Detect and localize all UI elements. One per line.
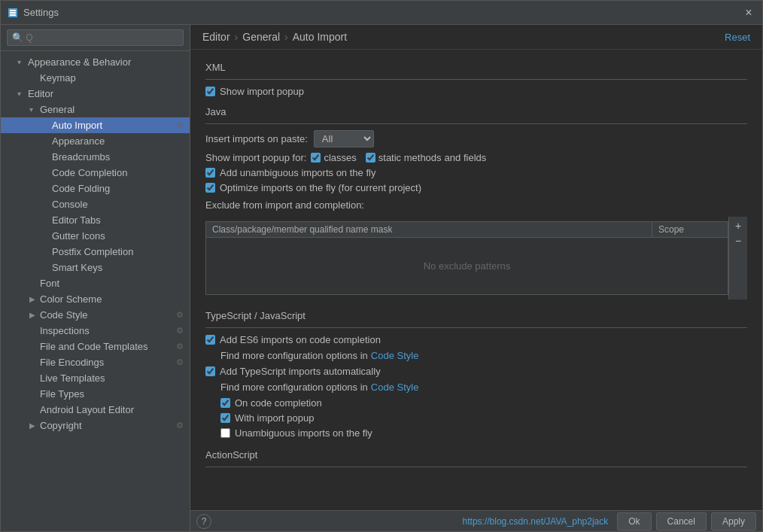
breadcrumb-bar: Editor › General › Auto Import Reset [190, 25, 762, 50]
sidebar-item-keymap[interactable]: Keymap [1, 70, 190, 86]
ts-unambiguous-label: Unambiguous imports on the fly [235, 427, 372, 439]
ts-with-import-popup-label: With import popup [235, 412, 315, 424]
settings-icon: ⚙ [176, 357, 184, 367]
xml-show-import-popup-checkbox[interactable] [205, 87, 215, 96]
sidebar-item-code-style[interactable]: ▶ Code Style ⚙ [1, 307, 190, 323]
sidebar-item-color-scheme[interactable]: ▶ Color Scheme [1, 291, 190, 307]
sidebar-item-auto-import[interactable]: Auto Import ⚙ [1, 117, 190, 133]
sidebar-item-appearance-behavior[interactable]: ▾ Appearance & Behavior [1, 54, 190, 70]
java-divider [205, 123, 747, 124]
ts-es6-row: Add ES6 imports on code completion [205, 334, 747, 345]
ts-config-link1[interactable]: Code Style [371, 350, 419, 361]
ts-config-link2[interactable]: Code Style [371, 382, 419, 393]
xml-show-import-popup-row: Show import popup [205, 86, 747, 97]
expand-arrow: ▾ [17, 90, 28, 98]
sidebar-item-file-code-templates[interactable]: File and Code Templates ⚙ [1, 339, 190, 354]
sidebar-item-gutter-icons[interactable]: Gutter Icons [1, 228, 190, 244]
ts-config-note1: Find more configuration options in [220, 350, 368, 361]
expand-arrow: ▾ [29, 105, 40, 114]
typescript-section-label: TypeScript / JavaScript [205, 310, 747, 321]
actionscript-divider [205, 467, 747, 467]
ok-button[interactable]: Ok [617, 512, 651, 530]
bottom-actions: Ok Cancel Apply [617, 512, 756, 530]
breadcrumb-editor: Editor [202, 31, 230, 43]
ts-unambiguous-checkbox[interactable] [220, 428, 230, 438]
ts-on-code-completion-checkbox[interactable] [220, 398, 230, 408]
svg-rect-3 [10, 14, 16, 16]
help-button[interactable]: ? [196, 514, 211, 529]
sidebar-item-copyright[interactable]: ▶ Copyright ⚙ [1, 418, 190, 433]
and-fields-label: and fields [445, 152, 487, 163]
exclude-table-wrapper: Class/package/member qualified name mask… [205, 217, 747, 299]
table-add-button[interactable]: + [731, 218, 746, 233]
add-unambiguous-label: Add unambiguous imports on the fly [220, 167, 375, 178]
window-title: Settings [23, 7, 741, 18]
insert-imports-select[interactable]: All Ask None [314, 130, 374, 147]
sidebar-item-font[interactable]: Font [1, 275, 190, 291]
classes-label: classes [324, 152, 356, 163]
exclude-table: Class/package/member qualified name mask… [205, 221, 728, 295]
sidebar-item-editor-tabs[interactable]: Editor Tabs [1, 212, 190, 228]
table-actions: + − [728, 217, 747, 299]
nav-tree: ▾ Appearance & Behavior Keymap ▾ Editor … [1, 51, 190, 531]
search-input[interactable] [7, 29, 184, 46]
typescript-divider [205, 327, 747, 328]
sidebar-item-inspections[interactable]: Inspections ⚙ [1, 323, 190, 339]
static-methods-checkbox[interactable] [366, 153, 375, 163]
ts-es6-checkbox[interactable] [205, 335, 215, 345]
title-bar: Settings × [1, 1, 762, 25]
ts-config-note2: Find more configuration options in [220, 382, 368, 393]
breadcrumb-general: General [242, 31, 280, 43]
ts-config-note2-row: Find more configuration options in Code … [220, 382, 747, 393]
search-box [1, 25, 190, 51]
sidebar-item-code-completion[interactable]: Code Completion [1, 165, 190, 181]
table-remove-button[interactable]: − [731, 233, 746, 248]
sidebar-item-code-folding[interactable]: Code Folding [1, 181, 190, 196]
insert-imports-label: Insert imports on paste: [205, 133, 308, 144]
xml-show-import-popup-label: Show import popup [220, 86, 304, 97]
apply-button[interactable]: Apply [711, 512, 756, 530]
svg-rect-2 [10, 12, 16, 14]
sidebar-item-breadcrumbs[interactable]: Breadcrumbs [1, 149, 190, 165]
sidebar-item-file-types[interactable]: File Types [1, 386, 190, 402]
sidebar-item-editor[interactable]: ▾ Editor [1, 86, 190, 102]
ts-on-code-completion-row: On code completion [205, 397, 747, 409]
status-left: ? [196, 514, 211, 529]
optimize-imports-label: Optimize imports on the fly (for current… [220, 182, 421, 193]
show-import-for-label: Show import popup for: [205, 152, 306, 163]
sidebar-item-appearance[interactable]: Appearance [1, 133, 190, 149]
settings-panel: XML Show import popup Java Insert import… [190, 50, 762, 510]
actionscript-section-label: ActionScript [205, 449, 747, 461]
reset-button[interactable]: Reset [725, 32, 750, 43]
add-unambiguous-checkbox[interactable] [205, 168, 215, 178]
sidebar-item-general[interactable]: ▾ General [1, 102, 190, 117]
expand-arrow: ▶ [29, 295, 40, 303]
sidebar-item-postfix-completion[interactable]: Postfix Completion [1, 244, 190, 260]
breadcrumb-auto-import: Auto Import [293, 31, 347, 43]
cancel-button[interactable]: Cancel [656, 512, 707, 530]
ts-with-import-popup-checkbox[interactable] [220, 413, 230, 423]
exclude-table-header: Class/package/member qualified name mask… [206, 222, 728, 238]
classes-checkbox[interactable] [311, 153, 321, 163]
close-button[interactable]: × [741, 5, 756, 20]
table-col-scope: Scope [652, 222, 728, 237]
exclude-section-label: Exclude from import and completion: [205, 199, 747, 211]
breadcrumb-sep-1: › [235, 31, 239, 43]
ts-unambiguous-row: Unambiguous imports on the fly [205, 427, 747, 439]
sidebar-item-live-templates[interactable]: Live Templates [1, 370, 190, 386]
status-right-area: https://blog.csdn.net/JAVA_php2jack Ok C… [463, 512, 756, 530]
static-methods-label: static methods [378, 152, 442, 163]
sidebar-item-smart-keys[interactable]: Smart Keys [1, 260, 190, 275]
expand-arrow: ▶ [29, 311, 40, 319]
sidebar-item-file-encodings[interactable]: File Encodings ⚙ [1, 354, 190, 370]
xml-divider [205, 79, 747, 80]
settings-icon: ⚙ [176, 326, 184, 336]
optimize-imports-row: Optimize imports on the fly (for current… [205, 182, 747, 193]
ts-add-ts-checkbox[interactable] [205, 366, 215, 376]
sidebar-item-console[interactable]: Console [1, 196, 190, 212]
status-link[interactable]: https://blog.csdn.net/JAVA_php2jack [463, 516, 609, 527]
xml-section-label: XML [205, 62, 747, 73]
optimize-imports-checkbox[interactable] [205, 183, 215, 193]
sidebar-item-android-layout-editor[interactable]: Android Layout Editor [1, 402, 190, 418]
ts-es6-label: Add ES6 imports on code completion [220, 334, 381, 345]
